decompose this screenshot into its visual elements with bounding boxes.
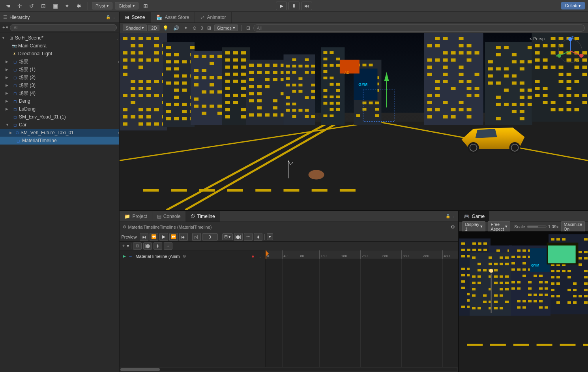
expand-arrow: ▶ — [6, 68, 11, 71]
project-icon: 📁 — [124, 214, 130, 219]
fx-toggle[interactable]: ✦ — [182, 25, 189, 31]
track-more-btn[interactable]: ↔ — [164, 242, 172, 250]
hierarchy-search[interactable] — [10, 24, 117, 31]
gizmos-button[interactable]: Gizmos ▾ — [214, 24, 238, 31]
tree-item-car[interactable]: ▼ ◻ Car — [0, 121, 119, 129]
aspect-dropdown[interactable]: Free Aspect ▾ — [488, 221, 510, 232]
tree-item-scene-grp5[interactable]: ▶ ◻ 场景 (4) — [0, 89, 119, 97]
scene-search[interactable] — [253, 24, 585, 32]
scale-icon[interactable]: ⊡ — [39, 1, 48, 11]
expand-arrow: ▶ — [9, 131, 15, 135]
grid-toggle[interactable]: ⊞ — [206, 25, 213, 31]
tree-item-sm-env-road[interactable]: ▶ ◻ SM_Env_Road_01 (1) — [0, 113, 119, 121]
tl-skip-end[interactable]: ⏭ — [179, 233, 188, 241]
tree-item-ludeng[interactable]: ▶ ◻ LuDeng — [0, 105, 119, 113]
scene-grp1-label: 场景 — [19, 58, 28, 65]
scene-viewport[interactable]: < Persp Z X — [120, 33, 588, 210]
ruler-mark-380: 380 — [422, 250, 429, 259]
ruler-mark-80: 80 — [299, 250, 304, 259]
add-track-btn[interactable]: + ▾ — [122, 243, 129, 249]
tree-item-scene-grp4[interactable]: ▶ ◻ 场景 (3) — [0, 81, 119, 89]
timeline-scrollbar[interactable] — [120, 367, 458, 372]
track-expand-icon[interactable]: ▶ — [123, 254, 126, 258]
scale-slider[interactable] — [527, 225, 547, 228]
track-curve-btn[interactable]: ⧫ — [154, 242, 162, 250]
pivot-button[interactable]: Pivot ▾ — [92, 2, 112, 9]
tl-step-back[interactable]: ⏪ — [150, 233, 158, 241]
play-button[interactable]: ▶ — [276, 2, 287, 10]
tree-item-scene-grp3[interactable]: ▶ ◻ 场景 (2) — [0, 73, 119, 81]
tl-timecode[interactable] — [202, 233, 218, 240]
tl-more-dropdown[interactable]: ▾ — [267, 233, 273, 240]
grid-line — [401, 259, 402, 367]
tab-animator[interactable]: ⇌ Animator — [195, 12, 232, 23]
rotate-icon[interactable]: ↺ — [27, 1, 36, 11]
record-button[interactable]: ● — [251, 254, 254, 259]
tree-item-scene-grp1[interactable]: ▶ ◻ 场景 › — [0, 58, 119, 66]
overlay-toggle[interactable]: ⊙ — [191, 25, 198, 31]
scrollbar-thumb[interactable] — [120, 368, 160, 371]
tl-curves[interactable]: 〜 — [244, 233, 253, 241]
ruler-bar[interactable]: 0 40 80 130 180 230 280 330 380 430 480 … — [266, 250, 458, 259]
tree-item-material-timeline[interactable]: ◻ MaterialTimeline — [0, 137, 119, 145]
tl-gear-icon[interactable]: ⚙ — [451, 224, 455, 230]
expand-arrow: ▶ — [6, 83, 11, 87]
tab-timeline[interactable]: ⏱ Timeline — [186, 211, 220, 222]
expand-arrow: ▶ — [6, 99, 11, 103]
timeline-grid[interactable] — [266, 259, 458, 367]
tl-keys[interactable]: ⧫ — [254, 233, 262, 241]
tl-menu-icon[interactable]: ⋮ — [452, 214, 456, 218]
track-snap-btn[interactable]: |⬤ — [143, 242, 152, 250]
display-dropdown[interactable]: Display 1 ▾ — [462, 221, 485, 232]
scene-grp4-label: 场景 (3) — [19, 82, 36, 89]
tree-item-scene-grp2[interactable]: ▶ ◻ 场景 (1) — [0, 66, 119, 73]
mesh-icon: ◻ — [15, 137, 21, 144]
move-icon[interactable]: ✛ — [15, 1, 24, 11]
rect-icon[interactable]: ▣ — [51, 1, 60, 11]
tl-skip-start[interactable]: ⏮ — [140, 233, 148, 241]
add-dropdown[interactable]: + ▾ — [2, 25, 8, 30]
scene-tab-icon: ⊞ — [125, 15, 129, 20]
shading-dropdown[interactable]: Shaded ▾ — [123, 24, 147, 31]
scene-extras-icon[interactable]: ⊡ — [245, 25, 252, 31]
tab-scene[interactable]: ⊞ Scene — [120, 12, 151, 23]
tree-item-main-camera[interactable]: 📷 Main Camera — [0, 42, 119, 50]
transform-icon[interactable]: ✦ — [62, 1, 72, 11]
track-view-btn[interactable]: ⊡ — [133, 242, 142, 250]
tl-sep3 — [264, 234, 265, 240]
pause-button[interactable]: ⏸ — [288, 2, 300, 10]
tree-item-deng[interactable]: ▶ ◻ Deng — [0, 97, 119, 105]
2d-button[interactable]: 2D — [148, 25, 159, 31]
tl-lock-icon[interactable]: 🔒 — [446, 214, 450, 218]
tab-asset-store[interactable]: 🏪 Asset Store — [151, 12, 195, 23]
collab-button[interactable]: Collab ▾ — [561, 2, 585, 9]
custom-icon[interactable]: ✱ — [74, 1, 84, 11]
tl-record-mode[interactable]: ▷| — [192, 233, 201, 241]
global-button[interactable]: Global ▾ — [115, 2, 139, 9]
game-viewport[interactable] — [459, 231, 588, 372]
snap-icon[interactable]: ⊞ — [141, 1, 150, 11]
game-canvas — [459, 231, 588, 372]
mesh-icon: ◻ — [12, 122, 18, 128]
step-button[interactable]: ⏭ — [301, 2, 312, 10]
hand-icon[interactable]: ☚ — [3, 1, 13, 11]
tl-step-fwd[interactable]: ⏩ — [169, 233, 178, 241]
tree-item-directional-light[interactable]: ☀ Directional Light — [0, 50, 119, 58]
tree-item-scifi-scene[interactable]: ▼ ⊞ SciFi_Scene* ⋮ — [0, 34, 119, 42]
tl-options-dropdown[interactable]: ⊟▾ — [222, 233, 233, 240]
tl-asset-path: MaterialTimelineTimeline (MaterialTimeli… — [128, 225, 449, 229]
tl-snap[interactable]: |⬤| — [234, 233, 243, 241]
tl-play[interactable]: ▶ — [159, 233, 168, 241]
tab-project[interactable]: 📁 Project — [120, 211, 152, 222]
maximize-button[interactable]: Maximize On — [561, 221, 585, 232]
tree-item-sm-veh[interactable]: ▶ ⬡ SM_Veh_Future_Taxi_01 › — [0, 129, 119, 137]
scrollbar-track[interactable] — [120, 368, 457, 371]
tab-game[interactable]: 🎮 Game — [459, 211, 489, 222]
tab-console[interactable]: ▤ Console — [152, 211, 186, 222]
track-options[interactable]: ⋮ — [258, 254, 262, 258]
lock-icon[interactable]: 🔒 — [106, 15, 110, 19]
menu-dots-icon[interactable]: ⋮ — [112, 15, 116, 19]
audio-toggle[interactable]: 🔊 — [172, 25, 181, 31]
light-toggle[interactable]: 💡 — [161, 25, 170, 31]
scene-options[interactable]: ⋮ — [115, 36, 119, 40]
